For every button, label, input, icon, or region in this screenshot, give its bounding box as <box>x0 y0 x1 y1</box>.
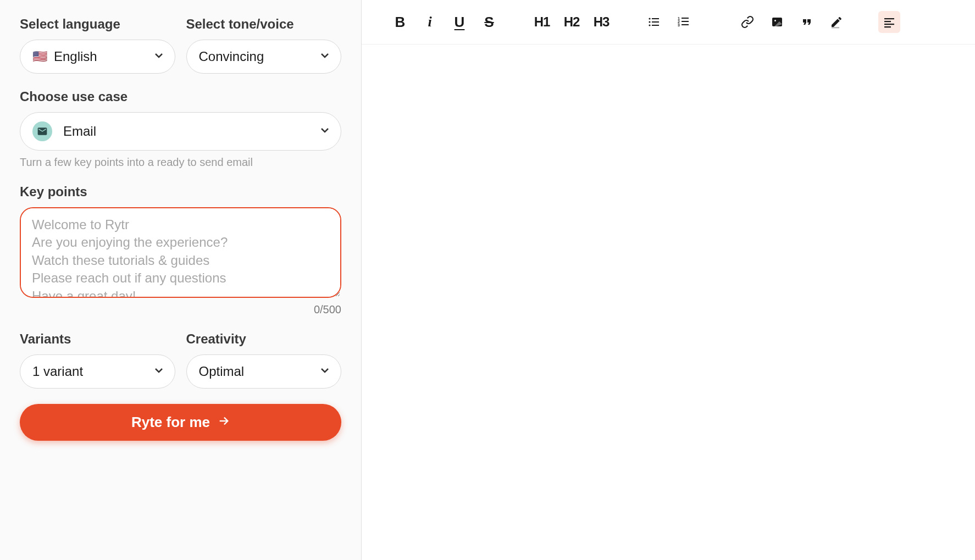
align-left-button[interactable] <box>878 11 900 33</box>
numbered-list-button[interactable]: 123 <box>673 11 695 33</box>
quote-button[interactable] <box>796 11 818 33</box>
svg-rect-19 <box>884 26 891 27</box>
arrow-right-icon <box>218 414 230 431</box>
svg-rect-4 <box>652 21 659 23</box>
strikethrough-button[interactable]: S <box>478 11 500 33</box>
editor-toolbar: B i U S H1 H2 H3 123 <box>362 0 975 45</box>
svg-rect-16 <box>884 18 894 19</box>
svg-rect-18 <box>884 24 894 25</box>
highlight-button[interactable] <box>826 11 847 33</box>
svg-rect-15 <box>832 27 839 29</box>
language-label: Select language <box>20 16 175 32</box>
tone-select[interactable]: Convincing <box>186 40 342 74</box>
sidebar: Select language 🇺🇸 English Select tone/v… <box>0 0 362 560</box>
editor-area: B i U S H1 H2 H3 123 <box>362 0 975 560</box>
language-select[interactable]: 🇺🇸 English <box>20 40 175 74</box>
svg-point-3 <box>649 21 650 23</box>
usecase-help: Turn a few key points into a ready to se… <box>20 156 341 169</box>
svg-rect-2 <box>652 18 659 19</box>
creativity-select[interactable]: Optimal <box>186 354 342 389</box>
link-button[interactable] <box>736 11 758 33</box>
tone-label: Select tone/voice <box>186 16 342 32</box>
tone-value: Convincing <box>199 49 264 64</box>
h3-button[interactable]: H3 <box>590 11 612 33</box>
email-icon <box>32 121 52 141</box>
creativity-label: Creativity <box>186 331 342 347</box>
variants-select[interactable]: 1 variant <box>20 354 175 389</box>
svg-rect-6 <box>652 25 659 26</box>
svg-rect-12 <box>682 24 689 25</box>
svg-text:3: 3 <box>678 23 680 27</box>
bullet-list-button[interactable] <box>643 11 665 33</box>
language-value: English <box>54 49 97 64</box>
creativity-value: Optimal <box>199 364 245 379</box>
ryte-button-label: Ryte for me <box>131 414 210 431</box>
flag-icon: 🇺🇸 <box>32 49 47 64</box>
keypoints-counter: 0/500 <box>20 303 341 316</box>
image-button[interactable] <box>766 11 788 33</box>
usecase-label: Choose use case <box>20 89 341 104</box>
svg-rect-10 <box>682 21 689 22</box>
underline-button[interactable]: U <box>448 11 470 33</box>
h1-button[interactable]: H1 <box>531 11 553 33</box>
svg-point-5 <box>649 24 650 26</box>
editor-content[interactable] <box>362 45 975 560</box>
keypoints-label: Key points <box>20 184 341 199</box>
usecase-select[interactable]: Email <box>20 112 341 151</box>
svg-rect-17 <box>884 21 891 22</box>
svg-point-1 <box>649 18 650 19</box>
usecase-value: Email <box>63 124 96 139</box>
bold-button[interactable]: B <box>389 11 411 33</box>
ryte-button[interactable]: Ryte for me <box>20 404 341 441</box>
variants-value: 1 variant <box>32 364 83 379</box>
h2-button[interactable]: H2 <box>561 11 583 33</box>
keypoints-input[interactable] <box>20 207 341 298</box>
italic-button[interactable]: i <box>419 11 441 33</box>
svg-rect-8 <box>682 18 689 19</box>
svg-point-14 <box>774 20 776 21</box>
variants-label: Variants <box>20 331 175 347</box>
